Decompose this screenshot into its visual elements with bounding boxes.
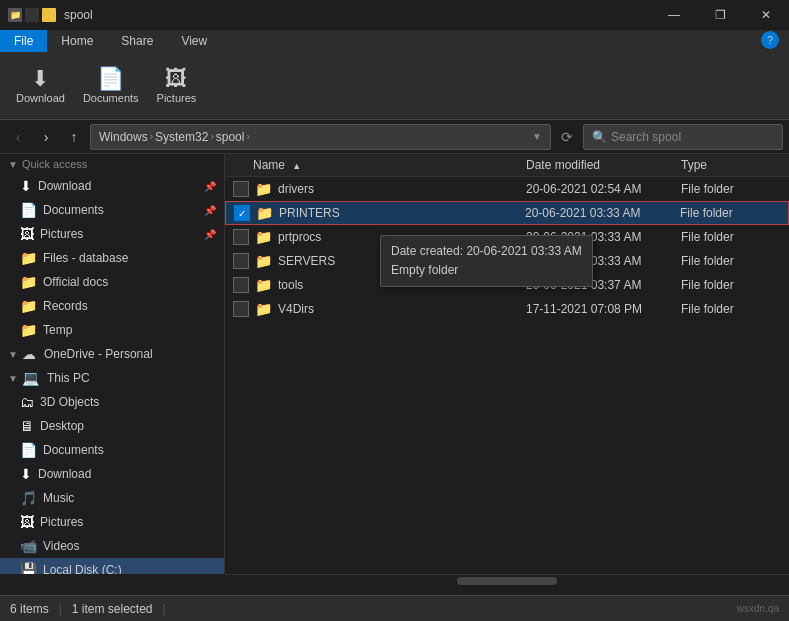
file-checkbox-prtprocs[interactable]: [233, 229, 249, 245]
quick-access-header[interactable]: ▼ Quick access: [0, 154, 224, 174]
this-pc-icon: 💻: [22, 370, 39, 386]
back-button[interactable]: ‹: [6, 125, 30, 149]
file-checkbox-selected[interactable]: ✓: [234, 205, 250, 221]
pictures-pc-icon: 🖼: [20, 514, 34, 530]
breadcrumb-sep-3: ›: [246, 131, 249, 142]
sidebar-item-pictures[interactable]: 🖼 Pictures 📌: [0, 222, 224, 246]
file-name: drivers: [278, 182, 526, 196]
this-pc-expand-arrow: ▼: [8, 373, 18, 384]
sidebar-pictures-pc-label: Pictures: [40, 515, 83, 529]
forward-button[interactable]: ›: [34, 125, 58, 149]
sidebar-item-official-docs[interactable]: 📁 Official docs: [0, 270, 224, 294]
onedrive-header[interactable]: ▼ ☁ OneDrive - Personal: [0, 342, 224, 366]
tab-view[interactable]: View: [167, 30, 221, 52]
address-dropdown-icon[interactable]: ▼: [532, 131, 542, 142]
download-label: Download: [16, 92, 65, 104]
documents-label: Documents: [83, 92, 139, 104]
pictures-quick-access-button[interactable]: 🖼 Pictures: [149, 57, 205, 115]
address-bar[interactable]: Windows › System32 › spool › ▼: [90, 124, 551, 150]
sidebar-download-label: Download: [38, 179, 91, 193]
close-button[interactable]: ✕: [743, 0, 789, 30]
refresh-button[interactable]: ⟳: [555, 125, 579, 149]
expand-arrow: ▼: [8, 159, 18, 170]
sidebar-documents-pc-label: Documents: [43, 443, 104, 457]
sidebar-item-download[interactable]: ⬇ Download 📌: [0, 174, 224, 198]
download-icon: ⬇: [31, 68, 49, 90]
header-type[interactable]: Type: [681, 158, 781, 172]
sidebar-item-documents-pc[interactable]: 📄 Documents: [0, 438, 224, 462]
tooltip: Date created: 20-06-2021 03:33 AM Empty …: [380, 235, 593, 287]
sidebar-item-temp[interactable]: 📁 Temp: [0, 318, 224, 342]
documents-sidebar-icon: 📄: [20, 202, 37, 218]
minimize-button[interactable]: —: [651, 0, 697, 30]
folder-icon-servers: 📁: [255, 253, 272, 269]
onedrive-icon: ☁: [22, 346, 36, 362]
file-checkbox[interactable]: [233, 181, 249, 197]
sidebar-item-3d-objects[interactable]: 🗂 3D Objects: [0, 390, 224, 414]
breadcrumb-system32[interactable]: System32: [155, 130, 208, 144]
sidebar-item-records[interactable]: 📁 Records: [0, 294, 224, 318]
pin-icon-pics: 📌: [204, 229, 216, 240]
pictures-icon: 🖼: [165, 68, 187, 90]
file-row-selected[interactable]: ✓ 📁 PRINTERS 20-06-2021 03:33 AM File fo…: [225, 201, 789, 225]
help-button[interactable]: ?: [751, 28, 789, 52]
header-name[interactable]: Name ▲: [253, 158, 526, 172]
sidebar-documents-label: Documents: [43, 203, 104, 217]
file-checkbox-tools[interactable]: [233, 277, 249, 293]
title-bar: 📁 spool — ❐ ✕: [0, 0, 789, 30]
sidebar-desktop-label: Desktop: [40, 419, 84, 433]
search-icon: 🔍: [592, 130, 607, 144]
status-bar: 6 items | 1 item selected | wsxdn.qa: [0, 595, 789, 621]
onedrive-expand-arrow: ▼: [8, 349, 18, 360]
documents-quick-access-button[interactable]: 📄 Documents: [75, 57, 147, 115]
sort-icon: ▲: [292, 161, 301, 171]
sidebar-item-documents[interactable]: 📄 Documents 📌: [0, 198, 224, 222]
sidebar-temp-label: Temp: [43, 323, 72, 337]
pictures-sidebar-icon: 🖼: [20, 226, 34, 242]
sidebar-music-label: Music: [43, 491, 74, 505]
item-count: 6 items: [10, 602, 49, 616]
window-title: spool: [64, 8, 93, 22]
selected-count: 1 item selected: [72, 602, 153, 616]
header-date[interactable]: Date modified: [526, 158, 681, 172]
file-row-v4dirs[interactable]: 📁 V4Dirs 17-11-2021 07:08 PM File folder: [225, 297, 789, 321]
sidebar-item-pictures-pc[interactable]: 🖼 Pictures: [0, 510, 224, 534]
download-folder-icon: ⬇: [20, 178, 32, 194]
address-bar-area: ‹ › ↑ Windows › System32 › spool › ▼ ⟳ 🔍…: [0, 120, 789, 154]
records-icon: 📁: [20, 298, 37, 314]
tab-file[interactable]: File: [0, 30, 47, 52]
tooltip-date: Date created: 20-06-2021 03:33 AM: [391, 242, 582, 261]
horizontal-scrollbar[interactable]: [225, 574, 789, 586]
sidebar-item-local-disk-c[interactable]: 💾 Local Disk (C:): [0, 558, 224, 574]
download-quick-access-button[interactable]: ⬇ Download: [8, 57, 73, 115]
file-checkbox-v4dirs[interactable]: [233, 301, 249, 317]
pin-icon: 📌: [204, 181, 216, 192]
watermark: wsxdn.qa: [737, 603, 779, 614]
tab-home[interactable]: Home: [47, 30, 107, 52]
sidebar-item-videos[interactable]: 📹 Videos: [0, 534, 224, 558]
maximize-button[interactable]: ❐: [697, 0, 743, 30]
file-checkbox-servers[interactable]: [233, 253, 249, 269]
up-button[interactable]: ↑: [62, 125, 86, 149]
main-area: ▼ Quick access ⬇ Download 📌 📄 Documents …: [0, 154, 789, 574]
breadcrumb-windows[interactable]: Windows: [99, 130, 148, 144]
tab-share[interactable]: Share: [107, 30, 167, 52]
ribbon-toolbar: ⬇ Download 📄 Documents 🖼 Pictures: [0, 52, 789, 120]
folder-icon-v4dirs: 📁: [255, 301, 272, 317]
file-row[interactable]: 📁 drivers 20-06-2021 02:54 AM File folde…: [225, 177, 789, 201]
folder-icon-prtprocs: 📁: [255, 229, 272, 245]
file-name-selected: PRINTERS: [279, 206, 525, 220]
sidebar: ▼ Quick access ⬇ Download 📌 📄 Documents …: [0, 154, 225, 574]
sidebar-item-music[interactable]: 🎵 Music: [0, 486, 224, 510]
search-bar[interactable]: 🔍 Search spool: [583, 124, 783, 150]
sidebar-item-download-pc[interactable]: ⬇ Download: [0, 462, 224, 486]
3d-objects-icon: 🗂: [20, 394, 34, 410]
this-pc-header[interactable]: ▼ 💻 This PC: [0, 366, 224, 390]
breadcrumb-spool[interactable]: spool: [216, 130, 245, 144]
sidebar-item-files-database[interactable]: 📁 Files - database: [0, 246, 224, 270]
files-database-icon: 📁: [20, 250, 37, 266]
help-icon[interactable]: ?: [761, 31, 779, 49]
folder-icon-selected: 📁: [256, 205, 273, 221]
sidebar-item-desktop[interactable]: 🖥 Desktop: [0, 414, 224, 438]
desktop-icon: 🖥: [20, 418, 34, 434]
